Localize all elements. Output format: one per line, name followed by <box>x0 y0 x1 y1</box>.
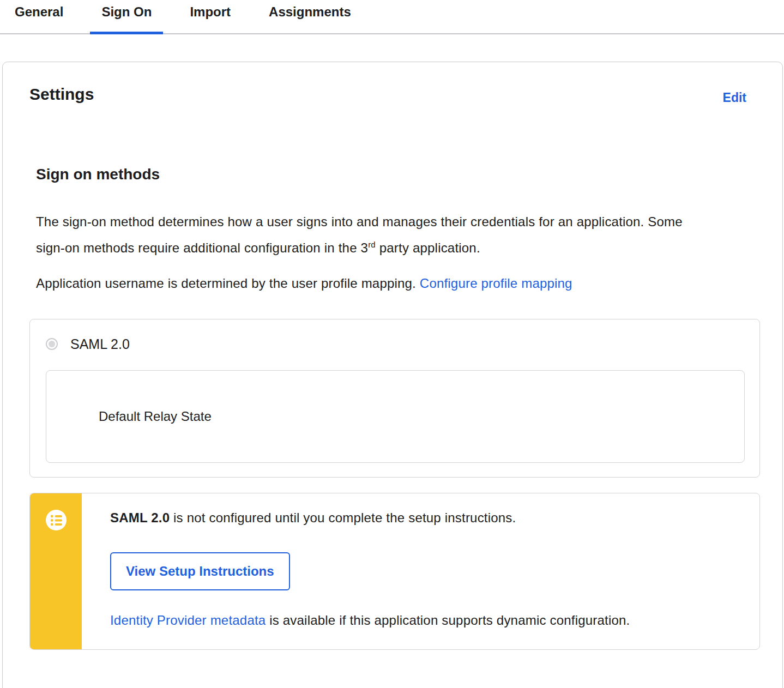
description-text-part2: party application. <box>376 240 480 255</box>
saml-radio-button[interactable] <box>46 338 58 350</box>
page-title: Settings <box>29 84 94 105</box>
saml-setup-callout: SAML 2.0 is not configured until you com… <box>29 493 760 650</box>
bulleted-list-icon <box>45 509 67 531</box>
saml-method-box: SAML 2.0 Default Relay State <box>29 319 760 478</box>
default-relay-state-label: Default Relay State <box>99 409 212 424</box>
application-username-note: Application username is determined by th… <box>36 274 760 293</box>
sign-on-methods-heading: Sign on methods <box>36 165 760 184</box>
callout-warning-stripe <box>30 493 82 649</box>
tab-import[interactable]: Import <box>178 4 242 33</box>
view-setup-instructions-button[interactable]: View Setup Instructions <box>110 552 290 590</box>
callout-body: SAML 2.0 is not configured until you com… <box>82 493 759 649</box>
settings-card-header: Settings Edit <box>29 84 760 105</box>
tab-assignments[interactable]: Assignments <box>257 4 363 33</box>
description-superscript: rd <box>368 240 376 249</box>
callout-message-text: is not configured until you complete the… <box>170 510 516 525</box>
saml-radio-row: SAML 2.0 <box>46 336 745 352</box>
app-tabs: General Sign On Import Assignments <box>0 0 784 34</box>
identity-provider-metadata-link[interactable]: Identity Provider metadata <box>110 613 266 627</box>
username-note-text: Application username is determined by th… <box>36 276 420 291</box>
default-relay-state-field: Default Relay State <box>46 370 745 463</box>
tab-general[interactable]: General <box>3 4 75 33</box>
tab-sign-on[interactable]: Sign On <box>90 4 163 33</box>
sign-on-methods-description: The sign-on method determines how a user… <box>36 209 707 261</box>
callout-app-label: SAML 2.0 <box>110 510 170 525</box>
description-text-part1: The sign-on method determines how a user… <box>36 214 683 255</box>
settings-card: Settings Edit Sign on methods The sign-o… <box>2 62 783 688</box>
edit-link[interactable]: Edit <box>723 90 746 105</box>
metadata-line: Identity Provider metadata is available … <box>110 612 738 629</box>
configure-profile-mapping-link[interactable]: Configure profile mapping <box>420 276 572 291</box>
callout-message: SAML 2.0 is not configured until you com… <box>110 510 738 526</box>
metadata-line-text: is available if this application support… <box>266 613 630 627</box>
saml-radio-label: SAML 2.0 <box>70 336 130 352</box>
